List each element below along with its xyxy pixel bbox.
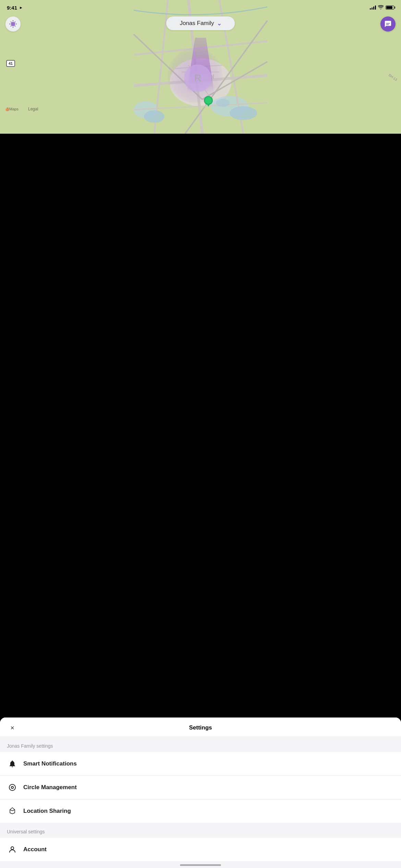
status-bar: 9:41 ► [0, 0, 134, 15]
road-badge-41: 41 [6, 60, 15, 67]
legal-text[interactable]: Legal [28, 107, 38, 111]
status-time: 9:41 ► [7, 5, 23, 11]
gear-button[interactable] [5, 16, 21, 32]
time-display: 9:41 [7, 5, 17, 11]
location-arrow-icon: ► [19, 5, 23, 10]
map-svg [0, 0, 134, 134]
apple-maps-watermark: 🍎Maps [5, 107, 19, 111]
map-background: 41 SH-13 lol R 🍎Maps Legal [0, 0, 134, 134]
map-container[interactable]: 41 SH-13 lol R 🍎Maps Legal [0, 0, 134, 134]
gear-icon [9, 20, 17, 28]
svg-point-19 [12, 23, 14, 25]
